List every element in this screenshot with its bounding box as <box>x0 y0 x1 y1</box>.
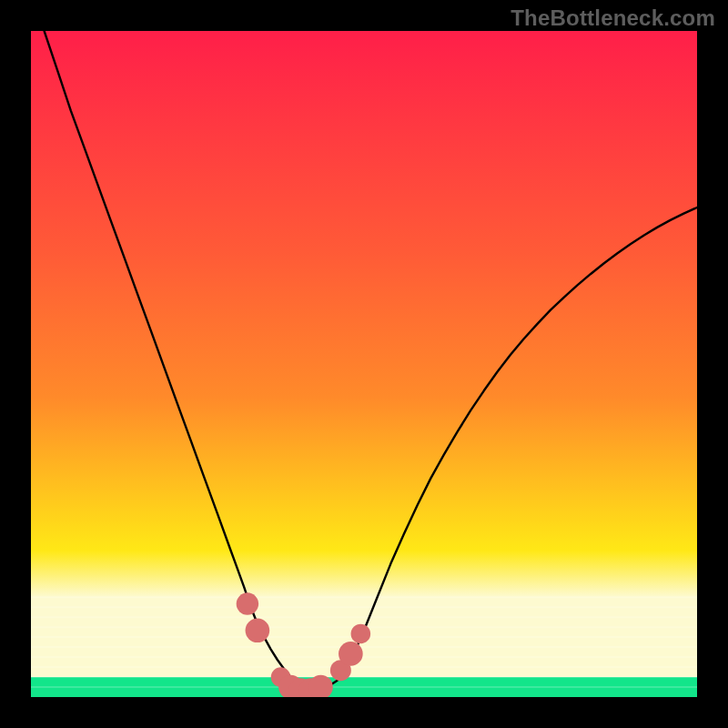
bottleneck-curve-chart <box>31 31 697 697</box>
plot-area <box>31 31 697 697</box>
data-marker <box>246 618 270 642</box>
data-marker <box>351 624 371 644</box>
data-marker <box>237 592 258 614</box>
chart-frame: TheBottleneck.com <box>0 0 728 728</box>
data-marker <box>339 642 363 666</box>
attribution-watermark: TheBottleneck.com <box>511 5 715 31</box>
